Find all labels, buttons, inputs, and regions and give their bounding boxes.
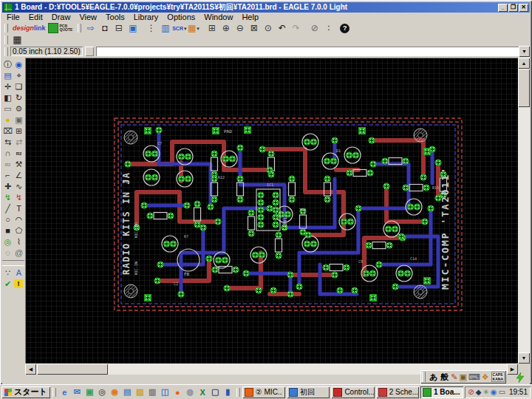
tool-value-button[interactable]: R2 <box>2 159 13 170</box>
scr-button[interactable]: SCR▾ <box>172 23 186 33</box>
my-computer-icon[interactable]: ▥ <box>146 386 159 398</box>
horizontal-scroll-thumb[interactable] <box>37 364 108 375</box>
help-button[interactable]: ? <box>340 24 349 33</box>
tool-drc-button[interactable]: ✔ <box>2 279 13 290</box>
redo-button[interactable]: ↷ <box>289 23 303 33</box>
security-shield-icon[interactable]: ◆ <box>476 389 482 396</box>
tool-meander-button[interactable]: ∿ <box>13 181 24 192</box>
restore-button[interactable]: ❐ <box>508 4 518 12</box>
excel-icon[interactable]: X <box>197 386 209 398</box>
command-dropdown-button[interactable]: ▼ <box>519 46 530 57</box>
coordinate-menu-button[interactable] <box>85 47 94 56</box>
task-button[interactable]: Control... <box>331 386 374 398</box>
tool-group-button[interactable]: ▭ <box>2 103 13 115</box>
toolbar-gripper[interactable] <box>4 24 8 33</box>
save-button[interactable]: ◘ <box>98 23 112 33</box>
tool-delete-button[interactable]: ⌧ <box>2 126 13 137</box>
taskbar-gripper[interactable] <box>236 388 240 397</box>
cam-processor-button[interactable]: ▣ <box>126 23 140 33</box>
menu-view[interactable]: View <box>75 13 101 22</box>
tool-pinswap-button[interactable]: ⇆ <box>2 137 13 148</box>
tool-rect-button[interactable]: ■ <box>2 225 13 236</box>
tool-hole-button[interactable]: ◌ <box>2 248 13 259</box>
menu-window[interactable]: Window <box>200 13 237 22</box>
start-button[interactable]: スタート <box>1 386 50 398</box>
tool-miter-button[interactable]: ⌐ <box>2 170 13 181</box>
ime-caps-kana-button[interactable]: CAPSKANA <box>491 372 505 382</box>
tool-route-button[interactable]: ↯ <box>2 192 13 203</box>
taskbar-gripper[interactable] <box>52 388 56 397</box>
toolbar-gripper[interactable] <box>4 47 8 56</box>
display-layers-button[interactable]: ▦ <box>10 35 24 45</box>
open-button[interactable]: ⇨ <box>83 23 98 33</box>
tool-info-button[interactable]: ⓘ <box>2 59 13 70</box>
task-button[interactable]: 2 Sche... <box>376 386 419 398</box>
ime-pad-icon[interactable]: ⌨ <box>468 372 481 382</box>
zoom-redraw-button[interactable]: ⊙ <box>261 23 275 33</box>
notepad-icon[interactable]: ▤ <box>121 386 134 398</box>
menu-file[interactable]: File <box>2 13 24 22</box>
tool-split-button[interactable]: ∠ <box>13 170 24 181</box>
task-button[interactable]: 初回 <box>287 386 330 398</box>
menu-library[interactable]: Library <box>129 13 163 22</box>
display-settings-icon[interactable]: ▭ <box>499 389 505 396</box>
messenger-balloon-icon[interactable]: ◉ <box>491 389 497 396</box>
tool-name-button[interactable]: R2 <box>13 148 24 159</box>
tool-ratsnest-button[interactable]: ∵ <box>2 267 13 279</box>
zoom-in-button[interactable]: ⊕ <box>219 23 233 33</box>
go-button[interactable]: ∶ <box>321 23 335 33</box>
terminal-icon[interactable]: ▢ <box>209 386 222 398</box>
undo-button[interactable]: ↶ <box>275 23 289 33</box>
tool-change-button[interactable]: ⚙ <box>13 103 24 115</box>
tool-attribute-button[interactable]: @ <box>13 248 24 259</box>
media-gallery-icon[interactable]: ▣ <box>83 386 96 398</box>
power-status-icon[interactable] <box>514 372 527 383</box>
stop-button[interactable]: ⊘ <box>307 23 321 33</box>
scroll-down-button[interactable]: ▼ <box>518 352 530 364</box>
scroll-up-button[interactable]: ▲ <box>518 58 530 69</box>
ime-dict-icon[interactable]: ❖ <box>481 372 490 382</box>
task-button[interactable]: ② MIC.. <box>242 386 285 398</box>
tool-signal-button[interactable]: ⌇ <box>13 236 24 248</box>
task-button[interactable]: 1 Boa... <box>420 386 463 398</box>
board-canvas[interactable]: RADIO KITS IN JA MIC-COMP 'TA2011' PAD +… <box>25 58 518 364</box>
tool-paste-button[interactable]: ▣ <box>13 115 24 126</box>
network-icon[interactable]: ◫ <box>159 386 171 398</box>
tool-show-button[interactable]: ◉ <box>13 59 24 70</box>
menu-help[interactable]: Help <box>237 13 263 22</box>
tool-auto-button[interactable]: A <box>13 267 24 279</box>
tool-ripup-button[interactable]: ↯ <box>13 192 24 203</box>
opera-icon[interactable]: ◍ <box>184 386 197 398</box>
close-button[interactable]: ✕ <box>519 4 528 12</box>
ime-conversion-mode[interactable]: 般 <box>439 372 450 383</box>
tool-mark-button[interactable]: ⌖ <box>13 70 24 81</box>
grid-button[interactable]: ▦▾ <box>186 23 200 33</box>
menu-draw[interactable]: Draw <box>47 13 75 22</box>
tool-cut-button[interactable]: ● <box>2 115 13 126</box>
minimize-button[interactable]: _ <box>498 4 508 12</box>
menu-tools[interactable]: Tools <box>101 13 129 22</box>
tool-mirror-button[interactable]: ◧ <box>2 92 13 103</box>
tool-circle-button[interactable]: ○ <box>2 214 13 225</box>
ime-tools-icon[interactable]: ▣ <box>458 372 467 382</box>
tool-display-button[interactable]: ▤ <box>2 70 13 81</box>
tool-smash-button[interactable]: ⚒ <box>13 159 24 170</box>
zoom-out-button[interactable]: ⊖ <box>233 23 247 33</box>
ime-language-bar[interactable]: あ 般 ✎▣⌨❖ CAPSKANA <box>420 370 506 383</box>
pcb-quote-button[interactable]: PCBQUOTE <box>48 23 73 33</box>
folder-icon[interactable]: ▨ <box>134 386 146 398</box>
zoom-select-button[interactable]: ⊠ <box>247 23 261 33</box>
zoom-fit-button[interactable]: ⊞ <box>205 23 219 33</box>
ime-pen-icon[interactable]: ✎ <box>450 372 458 382</box>
search-icon[interactable]: ◎ <box>96 386 109 398</box>
vertical-scrollbar[interactable]: ▲ ▼ <box>518 58 530 364</box>
command-input[interactable] <box>96 47 519 56</box>
tool-lock-button[interactable]: ∩ <box>2 148 13 159</box>
tool-errors-button[interactable]: ! <box>14 279 23 288</box>
media-player-icon[interactable]: ◉ <box>109 386 121 398</box>
scroll-left-button[interactable]: ◀ <box>25 364 36 375</box>
layer-settings-button[interactable]: ▥ <box>158 23 172 33</box>
mail-icon[interactable]: ✉ <box>71 386 83 398</box>
tool-polygon-button[interactable]: ⬠ <box>13 225 24 236</box>
tool-copy-button[interactable]: ❏ <box>13 81 24 92</box>
